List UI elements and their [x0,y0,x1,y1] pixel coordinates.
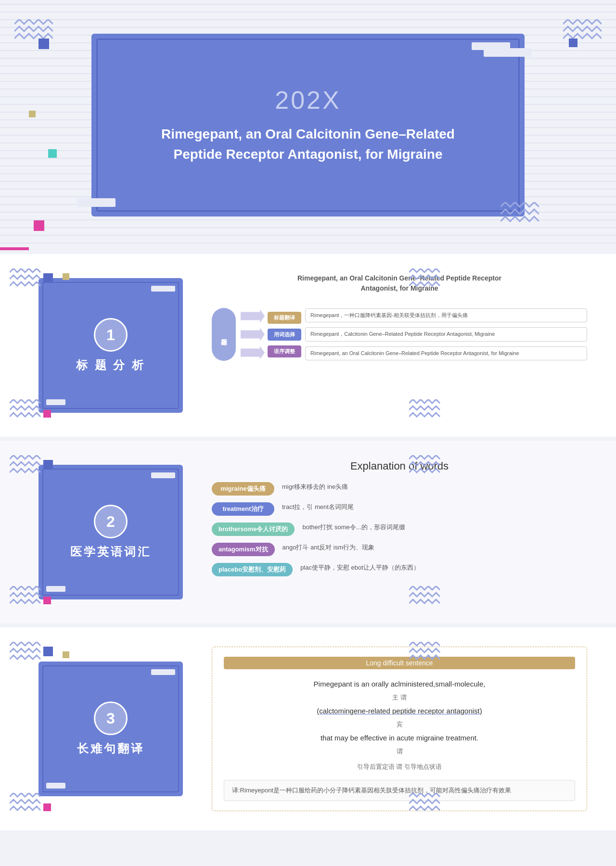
ls-object: 宾 [224,718,575,731]
s3-sq-blue [43,460,53,470]
s2-zigzag-tr [409,268,443,292]
ls-subj-pred: 主 谓 [224,691,575,704]
slide3-left-panel: 2 医学英语词汇 [29,460,192,604]
s4-sq-tan [63,651,69,658]
s3-zigzag-bl [10,586,43,609]
flow-label-3: 语序调整 [268,345,301,357]
s2-zigzag-br [409,399,443,422]
arrow-1 [241,309,265,323]
s2-sq-blue [43,273,53,283]
section-label-3: 医学英语词汇 [70,544,151,560]
s4-sq-magenta [43,803,51,811]
s2-sq-tan [63,273,69,280]
divider-2 [0,437,616,441]
ls-pred2: 谓 [224,745,575,758]
slide1: 202X Rimegepant, an Oral Calcitonin Gene… [0,0,616,250]
slide4-right-panel: Long difficult sentence Pimegepant is an… [212,647,587,811]
s4-zigzag-tr [409,642,443,665]
slide1-main-box: 202X Rimegepant, an Oral Calcitonin Gene… [91,34,525,216]
slide1-title: Rimegepant, an Oral Calcitonin Gene–Rela… [132,124,484,165]
slide1-year: 202X [275,86,341,115]
s4-white-accent [151,669,175,675]
ls-translation-box: 译:Rimeyepont是一种口服给药的小分子降钙素基因相关肽受体拮抗剂，可能对… [224,780,575,801]
deco-white-bar-1 [484,48,532,57]
divider-3 [0,624,616,627]
word-row-1: treatment治疗 tract拉，引 ment名词同尾 [212,502,587,516]
zigzag-bottom-right [500,202,539,226]
word-pill-2: brothersome令人讨厌的 [212,522,295,536]
word-row-4: placebo安慰剂、安慰药 plac使平静，安慰 ebot让人平静（的东西） [212,563,587,576]
word-desc-4: plac使平静，安慰 ebot让人平静（的东西） [300,563,587,573]
slide4-section-box: 3 长难句翻译 [38,662,183,796]
flow-center-label: 标题 [212,308,236,361]
s3-zigzag-tl [10,455,43,478]
words-title: Explanation of words [212,460,587,472]
word-row-2: brothersome令人讨厌的 bother打扰 some令...的，形容词尾… [212,522,587,536]
word-desc-2: bother打扰 some令...的，形容词尾缀 [302,522,587,533]
slide3-right-panel: Explanation of words migraine偏头痛 migr移来移… [212,460,587,604]
s2-sq-magenta [43,410,51,418]
section-label-4: 长难句翻译 [77,741,144,756]
s3-sq-magenta [43,597,51,604]
word-desc-1: tract拉，引 ment名词同尾 [282,502,587,512]
word-pill-3: antagomism对抗 [212,543,275,556]
arrow-3 [241,346,265,359]
ls-parenthetical: (calctomingene-related peptide receptor … [224,704,575,718]
section-number-circle-3: 2 [94,505,128,538]
s4-sq-blue [43,647,53,656]
s2-white-accent [151,286,175,292]
words-list: migraine偏头痛 migr移来移去的 ine头痛 treatment治疗 … [212,482,587,583]
s3-white-accent [151,472,175,478]
ls-end: that may be effective in acute migraine … [224,731,575,745]
deco-sq-blue-1 [38,38,49,49]
slide2: 1 标 题 分 析 Rimegepant, an Oral Calcitonin… [0,254,616,437]
s2-white-accent2 [46,399,65,405]
slide3-section-box: 2 医学英语词汇 [38,465,183,599]
ls-line1: Pimegepant is an orally aclministered,sm… [224,677,575,691]
s4-zigzag-bl [10,793,43,816]
deco-sq-blue-2 [569,38,578,47]
deco-sq-teal-1 [48,149,57,158]
s3-white-accent2 [46,586,65,592]
slide4: 3 长难句翻译 Long difficult sentence Pimegepa… [0,627,616,830]
section-number-circle: 1 [94,318,128,352]
flow-boxes: Rimegepant，一种口服降钙素基因-相关联受体拮抗剂，用于偏头痛 Rime… [305,308,587,360]
slide2-right-title: Rimegepant, an Oral Calcitonin Gene–Rela… [212,273,587,293]
slide3: 2 医学英语词汇 Explanation of words migraine偏头… [0,441,616,624]
arrow-2 [241,328,265,341]
flow-box-2: Rimegepant，Calcitonin Gene–Related Pepti… [305,327,587,341]
deco-white-bar-2 [77,198,116,207]
slide4-left-panel: 3 长难句翻译 [29,647,192,811]
deco-sq-tan-1 [29,111,36,117]
word-row-3: antagomism对抗 ango打斗 ant反对 ism行为、现象 [212,543,587,556]
flow-box-3: Rimegepant, an Oral Calcitonin Gene–Rela… [305,346,587,360]
s3-zigzag-tr [409,455,443,478]
s3-zigzag-br [409,586,443,609]
flow-label-2: 用词选择 [268,329,301,341]
word-pill-1: treatment治疗 [212,502,274,516]
slide2-left-panel: 1 标 题 分 析 [29,273,192,418]
long-sentence-content: Pimegepant is an orally aclministered,sm… [224,677,575,773]
s4-zigzag-tl [10,642,43,665]
s2-zigzag-bl [10,399,43,422]
slide1-bottom-stripe [0,247,616,250]
slide2-right-panel: Rimegepant, an Oral Calcitonin Gene–Rela… [212,273,587,418]
flow-label-1: 标题翻译 [268,312,301,324]
flow-diagram: 标题 标题翻译 用词选择 语序调整 Rimegepant，一种口服降钙素基因-相… [212,308,587,361]
ls-labels: 引导后置定语 谓 引导地点状语 [224,761,575,773]
slide2-section-box: 1 标 题 分 析 [38,278,183,413]
s2-zigzag-tl [10,268,43,292]
deco-sq-magenta-1 [34,220,44,231]
word-pill-0: migraine偏头痛 [212,482,274,496]
flow-box-1: Rimegepant，一种口服降钙素基因-相关联受体拮抗剂，用于偏头痛 [305,308,587,322]
section-number-circle-4: 3 [94,701,128,735]
word-row-0: migraine偏头痛 migr移来移去的 ine头痛 [212,482,587,496]
long-sentence-header: Long difficult sentence [224,657,575,669]
s4-white-accent2 [46,783,65,789]
s4-zigzag-br [409,793,443,816]
word-desc-3: ango打斗 ant反对 ism行为、现象 [282,543,587,553]
section-label: 标 题 分 析 [76,357,145,373]
divider-1 [0,250,616,254]
long-sentence-box: Long difficult sentence Pimegepant is an… [212,647,587,811]
word-desc-0: migr移来移去的 ine头痛 [282,482,587,492]
